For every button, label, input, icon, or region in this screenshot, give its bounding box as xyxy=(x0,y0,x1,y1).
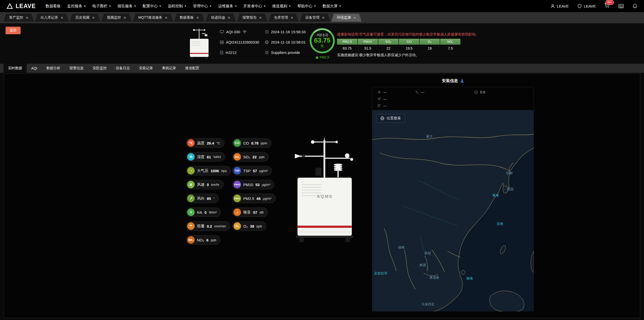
menu-item[interactable]: 电子围栏 xyxy=(89,0,114,12)
supplier: Suppliers provide xyxy=(271,50,300,55)
detail-subtab[interactable]: AQI xyxy=(27,64,42,73)
realtime-data-panel: ℃ 温度 26.4 °C % 湿度 61 %RH ◔ 大气压 10 xyxy=(4,74,640,318)
tab-close-icon[interactable]: ✕ xyxy=(61,16,63,20)
license-card-icon[interactable] xyxy=(618,4,624,8)
menu-item-label: 报告服务 xyxy=(117,4,133,9)
account-label: LEAVE xyxy=(557,4,569,8)
sensor-pill: CO CO 0.78 ppm xyxy=(232,138,271,148)
menu-item[interactable]: 监控服务 xyxy=(64,0,89,12)
chevron-down-icon xyxy=(134,6,136,7)
globe-icon xyxy=(265,40,269,44)
menu-item[interactable]: 数据看板 xyxy=(42,0,64,12)
detail-subtab[interactable]: 设备日志 xyxy=(111,64,134,73)
detail-subtab[interactable]: 离线记录 xyxy=(157,64,181,73)
sensor-icon-glyph: ≋ xyxy=(189,182,193,187)
tab-close-icon[interactable]: ✕ xyxy=(26,16,28,20)
tab-close-icon[interactable]: ✕ xyxy=(291,16,293,20)
sensor-unit: %RH xyxy=(213,155,221,159)
menu-item-label: 数据看板 xyxy=(46,4,61,9)
notifications-bell-icon[interactable] xyxy=(632,4,637,9)
tenant-menu[interactable]: LEAVE xyxy=(577,4,596,8)
menu-item[interactable]: 管理中心 xyxy=(190,0,215,12)
sensor-icon: ☂ xyxy=(187,222,195,230)
address-value: — xyxy=(383,97,387,101)
sensor-unit: hpa xyxy=(221,169,227,173)
sensor-unit: dB xyxy=(260,210,264,214)
menu-item-label: 电子围栏 xyxy=(92,4,107,9)
workspace-tab[interactable]: 资产监控 ✕ xyxy=(4,14,34,22)
menu-item[interactable]: 运维服务 xyxy=(215,0,240,12)
sensor-name: SO₂ xyxy=(243,155,250,159)
tab-close-icon[interactable]: ✕ xyxy=(259,16,262,20)
install-row-3: — xyxy=(377,104,529,108)
detail-subtabs: 实时数据 AQI 数据分析 报警信息 安防监控 设备日志 安装记录 离线记录 推… xyxy=(0,64,644,73)
menu-item[interactable]: 配置中心 xyxy=(139,0,165,12)
sensor-icon-glyph: CO xyxy=(235,141,239,145)
sensor-pill: % 湿度 61 %RH xyxy=(186,152,225,162)
tab-label: 历史视频 xyxy=(75,15,90,20)
sensor-pill: PM10 PM10 53 μg/m³ xyxy=(232,180,274,189)
workspace-tab[interactable]: MQTT推送服务 ✕ xyxy=(133,14,173,22)
tab-label: 资产监控 xyxy=(9,15,23,20)
clock-icon xyxy=(265,30,269,34)
sensor-icon: ≋ xyxy=(187,181,195,188)
detail-subtab[interactable]: 实时数据 xyxy=(4,64,27,73)
workspace-tab[interactable]: 报警报告 ✕ xyxy=(237,14,267,22)
back-button[interactable]: 返回 xyxy=(6,27,21,34)
barcode-icon xyxy=(220,41,224,44)
location-search-button[interactable]: 位置搜索 xyxy=(376,114,405,123)
detail-subtab[interactable]: 数据分析 xyxy=(42,64,65,73)
tab-label: 仓库管理 xyxy=(274,15,288,20)
sensor-value: 0.2 xyxy=(207,224,212,228)
tab-close-icon[interactable]: ✕ xyxy=(165,16,168,20)
tab-close-icon[interactable]: ✕ xyxy=(124,16,126,20)
tab-close-icon[interactable]: ✕ xyxy=(228,16,230,20)
tab-close-icon[interactable]: ✕ xyxy=(353,16,356,20)
menu-item[interactable]: 远程控制 xyxy=(165,0,190,12)
angle-field: 0.0 xyxy=(474,90,485,94)
tab-label: 报警报告 xyxy=(243,15,257,20)
workspace-tab[interactable]: 出入库记录 ✕ xyxy=(35,14,69,22)
tab-close-icon[interactable]: ✕ xyxy=(92,16,95,20)
workspace-tab[interactable]: 视频监控 ✕ xyxy=(101,14,132,22)
menu-item-label: 远程控制 xyxy=(168,4,183,9)
install-location-map[interactable]: 蒙古朝鲜韩国黄海东海南海孟加拉湾缅甸老挝泰国柬埔寨马来西亚 位置搜索 xyxy=(372,110,534,311)
tab-close-icon[interactable]: ✕ xyxy=(196,16,199,20)
sensor-value: 57 xyxy=(253,169,257,173)
sensor-pill: ☂ 雨量 0.2 mm/min xyxy=(186,221,230,231)
menu-item[interactable]: 数据大屏 xyxy=(319,0,344,12)
workspace-tab[interactable]: 环境监测 ✕ xyxy=(331,14,362,22)
detail-subtab[interactable]: 推送配置 xyxy=(181,64,204,73)
menu-item[interactable]: 推送规则 xyxy=(269,0,294,12)
workspace-tab[interactable]: 历史视频 ✕ xyxy=(70,14,100,22)
sensor-icon-glyph: ☀ xyxy=(189,210,192,215)
install-info-title: 安装信息 xyxy=(372,78,534,84)
menu-item-label: 配置中心 xyxy=(143,4,158,9)
sensor-name: O₃ xyxy=(243,224,248,228)
account-menu[interactable]: LEAVE xyxy=(550,4,569,8)
pollutant-value: 7.5 xyxy=(440,45,460,50)
chevron-down-icon xyxy=(289,6,291,7)
detail-subtab[interactable]: 报警信息 xyxy=(65,64,88,73)
map-hainan xyxy=(461,270,465,274)
pollutant-value: 51.5 xyxy=(358,45,378,50)
map-geography xyxy=(372,110,534,311)
sensor-icon-glyph: ◔ xyxy=(190,169,192,173)
workspace-tab[interactable]: 数据看板 ✕ xyxy=(174,14,205,22)
cart-button[interactable]: 99+ xyxy=(604,3,610,9)
detail-subtab[interactable]: 安防监控 xyxy=(88,64,111,73)
menu-item[interactable]: 帮助中心 xyxy=(294,0,319,12)
sensor-icon-glyph: NO₂ xyxy=(188,239,193,241)
pollutant-value: 19.5 xyxy=(399,45,419,50)
menu-item[interactable]: 开发者中心 xyxy=(240,0,269,12)
data-time: 2024-11-16 15:58:33 xyxy=(271,30,306,34)
chevron-down-icon xyxy=(84,6,86,7)
detail-subtab[interactable]: 安装记录 xyxy=(134,64,157,73)
workspace-tab[interactable]: 仓库管理 ✕ xyxy=(268,14,299,22)
workspace-tab[interactable]: 轨迹回放 ✕ xyxy=(206,14,236,22)
menu-item[interactable]: 报告服务 xyxy=(114,0,139,12)
tab-close-icon[interactable]: ✕ xyxy=(322,16,325,20)
workspace-tab[interactable]: 设备管理 ✕ xyxy=(300,14,330,22)
online-time: 2024-11-16 10:58:01 xyxy=(271,40,306,44)
app-logo[interactable]: LEAVE xyxy=(7,3,36,10)
